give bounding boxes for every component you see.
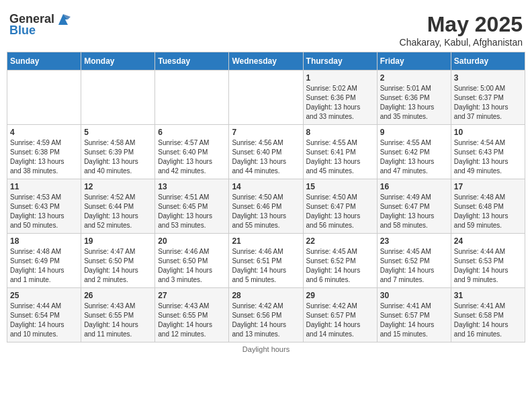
day-info: Sunrise: 4:44 AM Sunset: 6:53 PM Dayligh… xyxy=(454,247,522,285)
calendar-cell: 6Sunrise: 4:57 AM Sunset: 6:40 PM Daylig… xyxy=(155,125,229,179)
calendar-day-header: Wednesday xyxy=(229,52,303,71)
page-title: May 2025 xyxy=(400,12,523,37)
calendar-cell: 25Sunrise: 4:44 AM Sunset: 6:54 PM Dayli… xyxy=(7,288,81,342)
day-number: 19 xyxy=(84,236,152,246)
day-info: Sunrise: 4:46 AM Sunset: 6:50 PM Dayligh… xyxy=(158,247,226,285)
calendar-day-header: Thursday xyxy=(303,52,377,71)
calendar-cell: 31Sunrise: 4:41 AM Sunset: 6:58 PM Dayli… xyxy=(451,288,525,342)
page-subtitle: Chakaray, Kabul, Afghanistan xyxy=(400,37,523,48)
logo-icon xyxy=(56,13,71,26)
calendar-cell: 8Sunrise: 4:55 AM Sunset: 6:41 PM Daylig… xyxy=(303,125,377,179)
day-number: 9 xyxy=(380,128,448,137)
day-number: 28 xyxy=(232,291,300,300)
day-info: Sunrise: 4:58 AM Sunset: 6:39 PM Dayligh… xyxy=(84,138,152,176)
calendar-cell: 4Sunrise: 4:59 AM Sunset: 6:38 PM Daylig… xyxy=(7,125,81,179)
calendar-cell: 20Sunrise: 4:46 AM Sunset: 6:50 PM Dayli… xyxy=(155,234,229,288)
calendar-week-row: 11Sunrise: 4:53 AM Sunset: 6:43 PM Dayli… xyxy=(7,179,525,234)
calendar-day-header: Sunday xyxy=(7,52,81,71)
day-number: 24 xyxy=(454,236,522,246)
day-info: Sunrise: 4:50 AM Sunset: 6:46 PM Dayligh… xyxy=(232,193,300,230)
calendar-cell: 19Sunrise: 4:47 AM Sunset: 6:50 PM Dayli… xyxy=(81,234,155,288)
calendar-cell: 2Sunrise: 5:01 AM Sunset: 6:36 PM Daylig… xyxy=(377,71,451,125)
page-header: General Blue May 2025 Chakaray, Kabul, A… xyxy=(7,7,525,52)
calendar-cell: 13Sunrise: 4:51 AM Sunset: 6:45 PM Dayli… xyxy=(155,179,229,234)
day-info: Sunrise: 4:53 AM Sunset: 6:43 PM Dayligh… xyxy=(10,193,78,230)
day-info: Sunrise: 4:44 AM Sunset: 6:54 PM Dayligh… xyxy=(10,302,78,339)
day-number: 4 xyxy=(10,128,78,137)
calendar-cell: 28Sunrise: 4:42 AM Sunset: 6:56 PM Dayli… xyxy=(229,288,303,342)
day-info: Sunrise: 4:56 AM Sunset: 6:40 PM Dayligh… xyxy=(232,138,300,176)
calendar-cell: 23Sunrise: 4:45 AM Sunset: 6:52 PM Dayli… xyxy=(377,234,451,288)
calendar-cell: 11Sunrise: 4:53 AM Sunset: 6:43 PM Dayli… xyxy=(7,179,81,234)
day-number: 12 xyxy=(84,182,152,191)
day-info: Sunrise: 4:49 AM Sunset: 6:47 PM Dayligh… xyxy=(380,193,448,230)
day-info: Sunrise: 5:00 AM Sunset: 6:37 PM Dayligh… xyxy=(454,84,522,122)
day-number: 30 xyxy=(380,291,448,300)
day-number: 26 xyxy=(84,291,152,300)
calendar-week-row: 25Sunrise: 4:44 AM Sunset: 6:54 PM Dayli… xyxy=(7,288,525,342)
calendar-cell: 29Sunrise: 4:42 AM Sunset: 6:57 PM Dayli… xyxy=(303,288,377,342)
calendar-header-row: SundayMondayTuesdayWednesdayThursdayFrid… xyxy=(7,52,525,71)
calendar-cell: 21Sunrise: 4:46 AM Sunset: 6:51 PM Dayli… xyxy=(229,234,303,288)
calendar-day-header: Tuesday xyxy=(155,52,229,71)
footer-text: Daylight hours xyxy=(242,345,290,353)
day-number: 10 xyxy=(454,128,522,137)
calendar-cell: 22Sunrise: 4:45 AM Sunset: 6:52 PM Dayli… xyxy=(303,234,377,288)
day-number: 17 xyxy=(454,182,522,191)
title-block: May 2025 Chakaray, Kabul, Afghanistan xyxy=(400,12,523,48)
calendar-week-row: 4Sunrise: 4:59 AM Sunset: 6:38 PM Daylig… xyxy=(7,125,525,179)
day-info: Sunrise: 4:47 AM Sunset: 6:50 PM Dayligh… xyxy=(84,247,152,285)
calendar-day-header: Friday xyxy=(377,52,451,71)
day-number: 23 xyxy=(380,236,448,246)
day-info: Sunrise: 4:48 AM Sunset: 6:49 PM Dayligh… xyxy=(10,247,78,285)
day-number: 21 xyxy=(232,236,300,246)
day-number: 20 xyxy=(158,236,226,246)
day-info: Sunrise: 4:46 AM Sunset: 6:51 PM Dayligh… xyxy=(232,247,300,285)
day-number: 8 xyxy=(306,128,374,137)
calendar-cell: 10Sunrise: 4:54 AM Sunset: 6:43 PM Dayli… xyxy=(451,125,525,179)
day-info: Sunrise: 4:51 AM Sunset: 6:45 PM Dayligh… xyxy=(158,193,226,230)
calendar-cell: 17Sunrise: 4:48 AM Sunset: 6:48 PM Dayli… xyxy=(451,179,525,234)
day-number: 11 xyxy=(10,182,78,191)
calendar-cell: 30Sunrise: 4:41 AM Sunset: 6:57 PM Dayli… xyxy=(377,288,451,342)
calendar-cell: 5Sunrise: 4:58 AM Sunset: 6:39 PM Daylig… xyxy=(81,125,155,179)
day-number: 15 xyxy=(306,182,374,191)
day-info: Sunrise: 4:52 AM Sunset: 6:44 PM Dayligh… xyxy=(84,193,152,230)
day-info: Sunrise: 4:59 AM Sunset: 6:38 PM Dayligh… xyxy=(10,138,78,176)
calendar-cell: 24Sunrise: 4:44 AM Sunset: 6:53 PM Dayli… xyxy=(451,234,525,288)
day-info: Sunrise: 4:41 AM Sunset: 6:57 PM Dayligh… xyxy=(380,302,448,339)
calendar-cell xyxy=(7,71,81,125)
calendar-cell xyxy=(229,71,303,125)
day-info: Sunrise: 4:43 AM Sunset: 6:55 PM Dayligh… xyxy=(84,302,152,339)
day-number: 2 xyxy=(380,73,448,83)
day-number: 5 xyxy=(84,128,152,137)
calendar-week-row: 18Sunrise: 4:48 AM Sunset: 6:49 PM Dayli… xyxy=(7,234,525,288)
day-number: 31 xyxy=(454,291,522,300)
day-info: Sunrise: 4:41 AM Sunset: 6:58 PM Dayligh… xyxy=(454,302,522,339)
day-info: Sunrise: 4:54 AM Sunset: 6:43 PM Dayligh… xyxy=(454,138,522,176)
day-info: Sunrise: 4:42 AM Sunset: 6:57 PM Dayligh… xyxy=(306,302,374,339)
calendar-day-header: Saturday xyxy=(451,52,525,71)
calendar-cell: 3Sunrise: 5:00 AM Sunset: 6:37 PM Daylig… xyxy=(451,71,525,125)
logo-text-blue: Blue xyxy=(9,24,36,38)
calendar-cell: 18Sunrise: 4:48 AM Sunset: 6:49 PM Dayli… xyxy=(7,234,81,288)
day-info: Sunrise: 4:55 AM Sunset: 6:42 PM Dayligh… xyxy=(380,138,448,176)
calendar-day-header: Monday xyxy=(81,52,155,71)
day-number: 3 xyxy=(454,73,522,83)
day-number: 27 xyxy=(158,291,226,300)
day-number: 7 xyxy=(232,128,300,137)
day-number: 13 xyxy=(158,182,226,191)
day-number: 25 xyxy=(10,291,78,300)
day-info: Sunrise: 4:43 AM Sunset: 6:55 PM Dayligh… xyxy=(158,302,226,339)
calendar-week-row: 1Sunrise: 5:02 AM Sunset: 6:36 PM Daylig… xyxy=(7,71,525,125)
calendar-cell: 1Sunrise: 5:02 AM Sunset: 6:36 PM Daylig… xyxy=(303,71,377,125)
calendar-cell: 16Sunrise: 4:49 AM Sunset: 6:47 PM Dayli… xyxy=(377,179,451,234)
calendar-cell: 26Sunrise: 4:43 AM Sunset: 6:55 PM Dayli… xyxy=(81,288,155,342)
day-number: 6 xyxy=(158,128,226,137)
day-info: Sunrise: 5:01 AM Sunset: 6:36 PM Dayligh… xyxy=(380,84,448,122)
calendar-cell: 15Sunrise: 4:50 AM Sunset: 6:47 PM Dayli… xyxy=(303,179,377,234)
day-number: 1 xyxy=(306,73,374,83)
calendar-cell xyxy=(155,71,229,125)
calendar-cell: 7Sunrise: 4:56 AM Sunset: 6:40 PM Daylig… xyxy=(229,125,303,179)
calendar-cell: 14Sunrise: 4:50 AM Sunset: 6:46 PM Dayli… xyxy=(229,179,303,234)
